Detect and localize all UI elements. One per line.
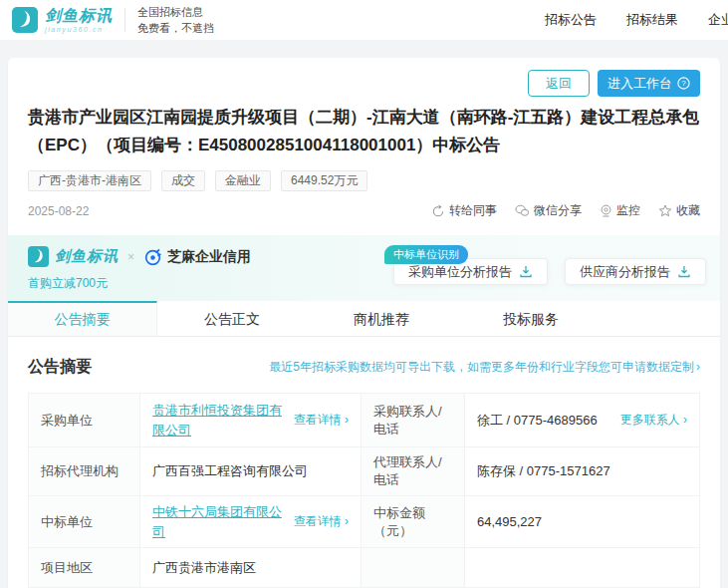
promo-brand-text: 剑鱼标讯 <box>55 247 119 266</box>
favorite-button[interactable]: 收藏 <box>658 202 700 219</box>
agency-contact-label: 代理联系人/电话 <box>362 447 465 496</box>
promo-brand-row: 剑鱼标讯 × 芝麻企业信用 <box>28 246 251 267</box>
announcement-card: 返回 进入工作台 ? 贵港市产业园区江南园提质升级项目（二期）-江南大道（南环路… <box>8 58 720 588</box>
winner-detail-link[interactable]: 查看详情 › <box>294 513 349 530</box>
winner-identify-badge: 中标单位识别 <box>384 245 468 264</box>
promo-band: 剑鱼标讯 × 芝麻企业信用 首购立减700元 中标单位识别 采购单位分析报告 <box>8 235 720 301</box>
agency-value: 广西百强工程咨询有限公司 <box>140 447 362 496</box>
project-region-value: 广西贵港市港南区 <box>140 548 362 588</box>
data-export-link[interactable]: 最近5年招标采购数据均可导出下载，如需更多年份和行业字段您可申请数据定制› <box>269 359 700 376</box>
workbench-button-label: 进入工作台 <box>607 75 672 93</box>
tab-full-text[interactable]: 公告正文 <box>157 301 307 336</box>
top-button-row: 返回 进入工作台 ? <box>28 70 700 97</box>
tab-bar: 公告摘要 公告正文 商机推荐 投标服务 <box>8 301 720 337</box>
amount-tag: 6449.52万元 <box>281 170 367 191</box>
logo-cn-text: 剑鱼标讯 <box>45 8 113 24</box>
region-tag: 广西-贵港市-港南区 <box>28 170 151 191</box>
wechat-share-button[interactable]: 微信分享 <box>515 202 582 219</box>
chevron-right-icon: › <box>345 413 349 427</box>
cross-symbol: × <box>127 250 134 264</box>
winner-company-link[interactable]: 中铁十六局集团有限公司 <box>152 502 288 541</box>
tab-summary[interactable]: 公告摘要 <box>8 301 157 336</box>
card-top-section: 返回 进入工作台 ? 贵港市产业园区江南园提质升级项目（二期）-江南大道（南环路… <box>8 58 720 231</box>
purchaser-company-link[interactable]: 贵港市利恒投资集团有限公司 <box>152 401 288 440</box>
export-tip-text: 最近5年招标采购数据均可导出下载，如需更多年份和行业字段您可申请数据定制 <box>269 360 694 374</box>
favorite-label: 收藏 <box>676 202 700 219</box>
chevron-right-icon: › <box>696 360 700 374</box>
table-row-winner: 中标单位 中铁十六局集团有限公司 查看详情 › 中标金额（元） 64,495,2… <box>29 496 700 548</box>
download-icon <box>519 265 533 278</box>
supplier-report-label: 供应商分析报告 <box>580 263 670 281</box>
detail-link-text: 查看详情 <box>294 413 342 427</box>
nav-item-bid-results[interactable]: 招标结果 <box>626 11 678 29</box>
announcement-title: 贵港市产业园区江南园提质升级项目（二期）-江南大道（南环路-江五路）建设工程总承… <box>28 104 700 159</box>
nav-item-bid-announcements[interactable]: 招标公告 <box>545 11 597 29</box>
meta-row: 2025-08-22 转给同事 微信分享 <box>28 202 700 231</box>
purchaser-label: 采购单位 <box>29 394 140 447</box>
slogan-line-2: 免费看，不遮挡 <box>137 20 214 37</box>
table-row-agency: 招标代理机构 广西百强工程咨询有限公司 代理联系人/电话 陈存保 / 0775-… <box>29 447 700 496</box>
winning-amount-label: 中标金额（元） <box>362 496 465 548</box>
industry-tag: 金融业 <box>215 170 271 191</box>
download-icon <box>677 265 691 278</box>
forward-label: 转给同事 <box>449 202 497 219</box>
purchaser-contact-value: 徐工 / 0775-4689566 <box>477 412 598 430</box>
workbench-button[interactable]: 进入工作台 ? <box>598 70 700 97</box>
forward-to-colleague-button[interactable]: 转给同事 <box>431 202 497 219</box>
svg-text:?: ? <box>681 79 686 88</box>
header-slogan: 全国招标信息 免费看，不遮挡 <box>137 4 214 37</box>
supplier-analysis-report-button[interactable]: 供应商分析报告 <box>565 258 706 285</box>
promo-offer-text: 首购立减700元 <box>28 275 108 292</box>
jianyu-logo-icon-small <box>28 246 49 267</box>
top-header: 剑鱼标讯 jianyu360.cn 全国招标信息 免费看，不遮挡 招标公告 招标… <box>0 0 728 40</box>
slogan-line-1: 全国招标信息 <box>137 4 214 21</box>
chevron-right-icon: › <box>683 413 687 427</box>
tag-row: 广西-贵港市-港南区 成交 金融业 6449.52万元 <box>28 170 700 191</box>
agency-label: 招标代理机构 <box>29 447 140 496</box>
back-button[interactable]: 返回 <box>528 70 590 97</box>
purchaser-contact-label: 采购联系人/电话 <box>362 394 465 447</box>
detail-link-text: 查看详情 <box>294 514 342 528</box>
zhima-partner: 芝麻企业信用 <box>143 247 251 266</box>
logo-domain-text: jianyu360.cn <box>45 26 113 33</box>
monitor-icon <box>600 204 612 217</box>
wechat-icon <box>515 204 530 217</box>
header-nav: 招标公告 招标结果 企业 <box>545 11 728 29</box>
winner-label: 中标单位 <box>29 496 140 548</box>
nav-item-enterprise[interactable]: 企业 <box>708 11 728 29</box>
zhima-ant-icon <box>143 247 162 266</box>
publish-date: 2025-08-22 <box>28 204 89 218</box>
table-row-region: 项目地区 广西贵港市港南区 <box>29 548 700 588</box>
jianyu-logo-icon <box>12 7 38 33</box>
monitor-button[interactable]: 监控 <box>600 202 640 219</box>
chevron-right-icon: › <box>345 514 349 528</box>
empty-value-cell <box>465 548 700 588</box>
project-region-label: 项目地区 <box>29 548 140 588</box>
summary-header: 公告摘要 最近5年招标采购数据均可导出下载，如需更多年份和行业字段您可申请数据定… <box>28 357 700 378</box>
zhima-partner-label: 芝麻企业信用 <box>167 248 251 266</box>
report-button-group: 中标单位识别 采购单位分析报告 供应商分析报告 <box>393 258 706 285</box>
wechat-share-label: 微信分享 <box>534 202 582 219</box>
tab-bidding-services[interactable]: 投标服务 <box>456 301 606 336</box>
table-row-purchaser: 采购单位 贵港市利恒投资集团有限公司 查看详情 › 采购联系人/电话 徐工 / … <box>29 394 700 447</box>
more-contacts-link[interactable]: 更多联系人 › <box>620 412 687 429</box>
summary-table: 采购单位 贵港市利恒投资集团有限公司 查看详情 › 采购联系人/电话 徐工 / … <box>28 393 700 588</box>
summary-section: 公告摘要 最近5年招标采购数据均可导出下载，如需更多年份和行业字段您可申请数据定… <box>8 337 720 588</box>
summary-heading: 公告摘要 <box>28 357 92 378</box>
star-icon <box>658 204 672 217</box>
agency-contact-value: 陈存保 / 0775-1571627 <box>465 447 700 496</box>
more-contacts-text: 更多联系人 <box>620 413 680 427</box>
purchaser-report-label: 采购单位分析报告 <box>408 263 512 281</box>
winning-amount-value: 64,495,227 <box>465 496 700 548</box>
status-tag: 成交 <box>161 170 205 191</box>
header-divider <box>124 8 125 32</box>
empty-label-cell <box>362 548 465 588</box>
monitor-label: 监控 <box>616 202 640 219</box>
help-circle-icon: ? <box>677 77 690 90</box>
purchaser-detail-link[interactable]: 查看详情 › <box>294 412 349 429</box>
tool-row: 转给同事 微信分享 监控 <box>431 202 700 219</box>
logo-text: 剑鱼标讯 jianyu360.cn <box>45 8 113 33</box>
forward-arrow-icon <box>431 204 445 218</box>
tab-opportunities[interactable]: 商机推荐 <box>307 301 456 336</box>
